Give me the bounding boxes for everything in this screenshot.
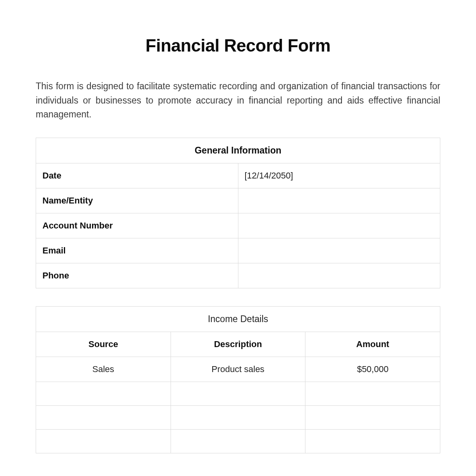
- page-container: Financial Record Form This form is desig…: [0, 0, 476, 476]
- table-row: [36, 405, 440, 429]
- field-value-date[interactable]: [12/14/2050]: [238, 163, 440, 188]
- income-description[interactable]: [171, 382, 305, 405]
- income-details-header: Income Details: [36, 306, 440, 332]
- income-amount[interactable]: [305, 429, 440, 453]
- column-header-amount: Amount: [305, 332, 440, 357]
- income-description[interactable]: Product sales: [171, 357, 305, 382]
- income-source[interactable]: Sales: [36, 357, 171, 382]
- income-details-table: Income Details Source Description Amount…: [36, 306, 440, 453]
- field-value-account[interactable]: [238, 213, 440, 238]
- income-amount[interactable]: [305, 382, 440, 405]
- field-label-phone: Phone: [36, 263, 238, 288]
- field-label-email: Email: [36, 238, 238, 263]
- income-source[interactable]: [36, 405, 171, 429]
- income-description[interactable]: [171, 429, 305, 453]
- table-row: Account Number: [36, 213, 440, 238]
- field-label-date: Date: [36, 163, 238, 188]
- income-amount[interactable]: $50,000: [305, 357, 440, 382]
- table-row: Email: [36, 238, 440, 263]
- table-row: Date [12/14/2050]: [36, 163, 440, 188]
- income-amount[interactable]: [305, 405, 440, 429]
- table-row: [36, 429, 440, 453]
- field-value-phone[interactable]: [238, 263, 440, 288]
- table-row: Source Description Amount: [36, 332, 440, 357]
- field-value-name[interactable]: [238, 188, 440, 213]
- table-row: Sales Product sales $50,000: [36, 357, 440, 382]
- page-title: Financial Record Form: [36, 36, 440, 56]
- general-info-header: General Information: [36, 138, 440, 163]
- field-value-email[interactable]: [238, 238, 440, 263]
- intro-paragraph: This form is designed to facilitate syst…: [36, 79, 440, 122]
- table-row: [36, 382, 440, 405]
- general-info-table: General Information Date [12/14/2050] Na…: [36, 138, 440, 288]
- column-header-source: Source: [36, 332, 171, 357]
- table-row: Name/Entity: [36, 188, 440, 213]
- income-description[interactable]: [171, 405, 305, 429]
- field-label-account: Account Number: [36, 213, 238, 238]
- income-source[interactable]: [36, 429, 171, 453]
- column-header-description: Description: [171, 332, 305, 357]
- field-label-name: Name/Entity: [36, 188, 238, 213]
- income-source[interactable]: [36, 382, 171, 405]
- table-row: Phone: [36, 263, 440, 288]
